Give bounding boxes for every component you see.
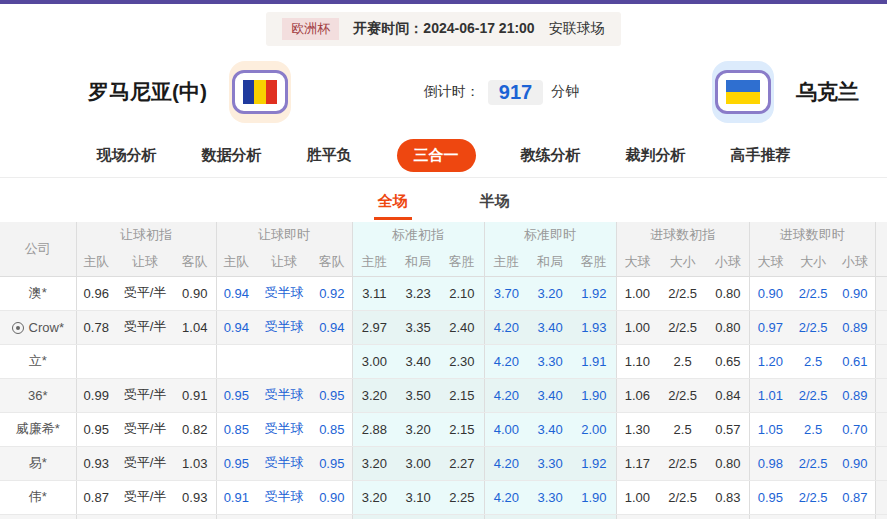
nav-tab-0[interactable]: 现场分析 <box>97 146 157 165</box>
odds-cell[interactable]: 0.70 <box>835 412 875 446</box>
odds-cell[interactable]: 0.95 <box>312 378 352 412</box>
sub-tab-1[interactable]: 半场 <box>476 186 514 220</box>
sub-header-1-1: 让球 <box>256 248 312 276</box>
odds-cell[interactable]: 4.20 <box>484 310 528 344</box>
odds-cell[interactable]: 0.94 <box>216 310 256 344</box>
odds-cell[interactable]: 0.87 <box>835 480 875 514</box>
odds-cell[interactable]: 4.20 <box>484 378 528 412</box>
odds-cell[interactable]: 3.70 <box>484 276 528 310</box>
group-header-2: 标准初指 <box>352 222 484 248</box>
odds-cell: 0.99 <box>76 378 116 412</box>
odds-cell[interactable]: 1.90 <box>572 378 616 412</box>
odds-cell[interactable]: 0.85 <box>216 412 256 446</box>
teams-header: 罗马尼亚(中) 倒计时： 917 分钟 乌克兰 <box>0 50 887 134</box>
company-cell: 易* <box>0 446 76 480</box>
odds-cell[interactable]: 0.89 <box>835 378 875 412</box>
home-team-name: 罗马尼亚(中) <box>88 78 207 106</box>
odds-cell[interactable]: 0.92 <box>312 276 352 310</box>
odds-cell[interactable]: 0.90 <box>835 446 875 480</box>
sub-tab-0[interactable]: 全场 <box>374 186 412 220</box>
odds-cell[interactable]: 0.91 <box>216 480 256 514</box>
odds-cell[interactable]: 1.90 <box>572 480 616 514</box>
sub-header-4-0: 大球 <box>616 248 658 276</box>
odds-cell[interactable]: 0.95 <box>216 446 256 480</box>
odds-cell: 3.11 <box>352 276 396 310</box>
nav-tab-1[interactable]: 数据分析 <box>202 146 262 165</box>
odds-cell[interactable]: 3.40 <box>528 412 572 446</box>
group-header-4: 进球数初指 <box>616 222 749 248</box>
away-flag-badge <box>712 61 774 123</box>
table-row: 澳*0.96受平/半0.900.94受半球0.923.113.232.103.7… <box>0 276 887 310</box>
nav-tab-4[interactable]: 教练分析 <box>521 146 581 165</box>
odds-cell[interactable]: 3.30 <box>528 446 572 480</box>
odds-cell[interactable]: 0.95 <box>216 378 256 412</box>
odds-cell[interactable]: 0.94 <box>216 276 256 310</box>
odds-cell[interactable]: 0.94 <box>312 310 352 344</box>
sub-header-2-2: 客胜 <box>440 248 484 276</box>
odds-cell[interactable]: 2/2.5 <box>791 276 835 310</box>
odds-cell[interactable]: 0.90 <box>312 480 352 514</box>
odds-cell[interactable]: 4.20 <box>484 480 528 514</box>
odds-cell[interactable]: 0.97 <box>749 310 791 344</box>
home-team: 罗马尼亚(中) <box>88 61 291 123</box>
odds-cell[interactable]: 1.93 <box>572 310 616 344</box>
odds-cell[interactable]: 受半球 <box>256 480 312 514</box>
odds-cell[interactable]: 4.20 <box>484 446 528 480</box>
odds-cell[interactable]: 2.5 <box>791 412 835 446</box>
sub-header-2-1: 和局 <box>396 248 440 276</box>
sub-header-3-2: 客胜 <box>572 248 616 276</box>
odds-cell: 0.90 <box>174 276 216 310</box>
nav-tab-3[interactable]: 三合一 <box>397 139 476 172</box>
odds-cell[interactable]: 0.61 <box>835 344 875 378</box>
nav-tabs: 现场分析数据分析胜平负三合一教练分析裁判分析高手推荐 <box>0 134 887 178</box>
nav-tab-6[interactable]: 高手推荐 <box>731 146 791 165</box>
odds-cell[interactable]: 0.89 <box>835 310 875 344</box>
odds-cell[interactable]: 0.98 <box>749 446 791 480</box>
odds-cell[interactable]: 3.30 <box>528 344 572 378</box>
odds-cell: 1.10 <box>616 344 658 378</box>
odds-cell: 0.91 <box>174 378 216 412</box>
odds-cell[interactable]: 0.95 <box>749 480 791 514</box>
odds-cell[interactable]: 4.20 <box>484 344 528 378</box>
cutoff-cell <box>875 446 887 480</box>
odds-cell[interactable]: 2/2.5 <box>791 378 835 412</box>
odds-cell[interactable]: 0.90 <box>835 276 875 310</box>
odds-cell[interactable]: 3.40 <box>528 310 572 344</box>
odds-cell[interactable]: 0.95 <box>312 446 352 480</box>
odds-cell[interactable]: 3.40 <box>528 378 572 412</box>
odds-cell[interactable]: 1.20 <box>749 344 791 378</box>
company-cell: 澳* <box>0 276 76 310</box>
odds-cell[interactable]: 3.20 <box>528 276 572 310</box>
nav-tab-5[interactable]: 裁判分析 <box>626 146 686 165</box>
odds-cell[interactable]: 2/2.5 <box>791 446 835 480</box>
odds-cell[interactable]: 受半球 <box>256 412 312 446</box>
odds-cell[interactable]: 2.5 <box>791 344 835 378</box>
odds-cell[interactable]: 1.05 <box>749 412 791 446</box>
odds-cell[interactable]: 受半球 <box>256 378 312 412</box>
odds-cell[interactable]: 受半球 <box>256 446 312 480</box>
sub-header-0-2: 客队 <box>174 248 216 276</box>
odds-cell[interactable]: 1.92 <box>572 446 616 480</box>
odds-cell[interactable]: 3.30 <box>528 480 572 514</box>
odds-cell: 2.25 <box>440 480 484 514</box>
nav-tab-2[interactable]: 胜平负 <box>307 146 352 165</box>
odds-cell <box>116 344 174 378</box>
odds-cell <box>174 344 216 378</box>
odds-cell[interactable]: 0.85 <box>312 412 352 446</box>
odds-cell[interactable]: 2/2.5 <box>791 310 835 344</box>
odds-cell: 0.83 <box>707 480 749 514</box>
odds-cell[interactable]: 受半球 <box>256 276 312 310</box>
odds-cell[interactable]: 2.00 <box>572 412 616 446</box>
top-accent-bar <box>0 0 887 4</box>
odds-cell: 0.93 <box>76 446 116 480</box>
odds-cell[interactable]: 1.92 <box>572 276 616 310</box>
odds-cell: 3.35 <box>396 310 440 344</box>
odds-cell: 1.00 <box>616 480 658 514</box>
odds-cell <box>76 344 116 378</box>
odds-cell[interactable]: 1.91 <box>572 344 616 378</box>
odds-cell[interactable]: 4.00 <box>484 412 528 446</box>
odds-cell[interactable]: 受半球 <box>256 310 312 344</box>
odds-cell[interactable]: 0.90 <box>749 276 791 310</box>
odds-cell[interactable]: 1.01 <box>749 378 791 412</box>
odds-cell[interactable]: 2/2.5 <box>791 480 835 514</box>
